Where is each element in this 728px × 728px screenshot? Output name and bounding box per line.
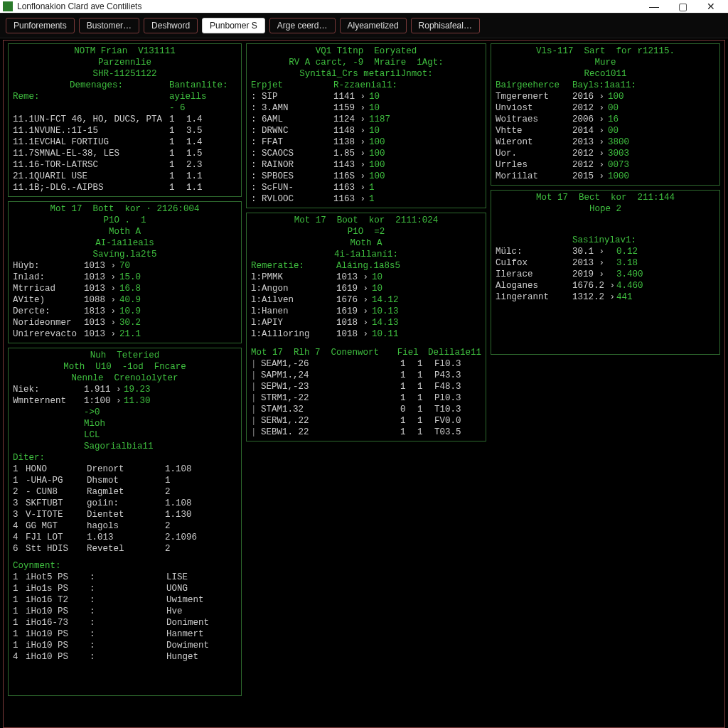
p7-diag-row-1: 1-UHA-PGDhsmot1 [13,475,237,486]
tab-bar: Punforements Bustomer… Deshword Punbomer… [0,13,728,38]
p4-row-5: Norideonmer1013 ›30.2 [13,317,237,328]
tab-0[interactable]: Punforements [6,18,75,33]
p2-row-0: : SIP1141 ›10 [251,91,481,102]
p1-sub-r: ayiells [169,91,207,102]
p1-row-3: 11.7SMNAL-EL-38, LES11.5 [13,148,237,159]
p3-row-1: Unviost2012 ›00 [496,102,715,114]
maximize-button[interactable]: ▢ [668,1,697,12]
p5-h0: Mot 17 Boot kor 2111:024 [251,215,481,226]
p6-row-3: Aloganes1676.2 ›4.460 [496,280,715,291]
p5-row-3: l:Hanen1619 ›10.13 [251,306,481,317]
p3-colhead-l: Bairgeeherce [496,80,572,91]
p6-row-0: Mülc:30.1 ›0.12 [496,246,715,257]
p5-cons-row-6: |SEBW1. 2211T03.5 [251,427,481,438]
p6-row-4: lingerannt1312.2 ›441 [496,291,715,303]
p7-comm-row-1: 1iHo1s PS:UONG [13,583,237,594]
tab-4[interactable]: Arge ceerd… [269,18,336,33]
panel-mot17-2: Mot 17 Boot kor 2111:024 P1O =2 Moth A 4… [246,213,486,441]
panel-notm: NOTM Frian V131111 Parzennlie SHR-112511… [8,43,242,197]
p5-cons-h2: Delila1e11 [428,347,481,358]
p1-h0: NOTM Frian V131111 [13,46,237,57]
minimize-button[interactable]: — [640,1,668,12]
p7-top-row-1: Wmnternent1:100 ›11.30 [13,395,237,407]
p1-row-6: 11.1B;-DLG.-AIPBS11.1 [13,182,237,193]
p5-cons-row-1: |SAPM1.,2411P43.3 [251,370,481,381]
workspace: NOTM Frian V131111 Parzennlie SHR-112511… [3,40,725,728]
p7-diag-row-0: 1HONODrenort1.108 [13,464,237,475]
p4-h1: P1O . 1 [13,215,237,226]
p6-h0: Mot 17 Bect kor 211:144 [496,192,715,203]
p5-h3: 4i-1allaní1: [251,249,481,260]
p1-colhead-l: Demenages: [70,80,169,91]
p7-mid-2: LCL [84,429,237,441]
p7-diag-row-5: 4GG MGThagols2 [13,520,237,532]
p7-comm-row-0: 1iHot5 PS:LISE [13,572,237,583]
p5-cons-row-0: |SEAM1,-2611Fl0.3 [251,358,481,370]
p2-row-4: : FFAT1138 ›100 [251,136,481,148]
p4-h0: Mot 17 Bott kor · 2126:004 [13,203,237,215]
p4-row-6: Unirerevacto1013 ›21.1 [13,328,237,340]
p3-row-6: Urrles2012 ›0073 [496,159,715,171]
window-title: Lonflonakion Clard ave Contiliets [17,1,141,11]
p5-row-0: l:PMMK1013 ›10 [251,272,481,283]
tab-3[interactable]: Punbomer S [202,18,265,33]
p4-h3: AI-1a1leals [13,237,237,249]
p5-cons-h1: Fiel [397,347,428,358]
p5-colhead-r: Aláing.1a8s5 [336,260,400,272]
p3-row-0: Tmgerenert2016 ›100 [496,91,715,102]
p3-h1: Mure [496,57,715,68]
tab-6[interactable]: Rophisafeal… [411,18,480,33]
p4-row-4: Dercte:1813 ›10.9 [13,306,237,317]
p1-row-4: 11.16-TOR-LATRSC12.3 [13,159,237,171]
p3-row-5: Uor.2012 ›3003 [496,148,715,159]
p2-row-8: : ScFUN-1163 ›1 [251,182,481,193]
p4-row-1: Inlad:1013 ›15.0 [13,272,237,283]
p2-colhead-r: R-zzaenial1: [333,80,397,91]
p2-row-3: : DRWNC1148 ›10 [251,125,481,136]
p6-h1: Hope 2 [496,203,715,215]
p7-mid-3: Sagorialbia11 [84,441,237,452]
p2-row-9: : RVLOOC1163 ›1 [251,193,481,205]
p5-row-5: l:Ailloring1018 ›10.11 [251,328,481,340]
p4-h4: Savíng.la2t5 [13,249,237,260]
p5-h2: Moth A [251,237,481,249]
p2-h2: Synitál_Crs metarilJnmot: [251,68,481,80]
p6-row-1: Culfox2013 ›3.18 [496,257,715,269]
p3-h0: Vls-117 Sart for r12115. [496,46,715,57]
p1-row-0: 11.1UN-FCT 46, HO, DUCS, PTA11.4 [13,114,237,125]
p7-h2: Nennle Crenololyter [13,373,237,384]
p6-colhead-r: Sasiinylav1: [572,235,636,246]
p7-diag-head: Dîter: [13,452,237,464]
p7-comm-row-2: 1iHo16 T2:Uwiment [13,594,237,606]
p2-row-6: : RAINOR1143 ›100 [251,159,481,171]
app-icon [3,1,13,11]
tab-1[interactable]: Bustomer… [79,18,139,33]
p7-mid-0: ->0 [84,407,237,418]
p7-h0: Nuh Teteried [13,350,237,361]
p7-diag-row-4: 3V-ITOTEDientet1.130 [13,509,237,520]
p7-top-row-0: Niek:1.911 ›19.23 [13,384,237,395]
p7-comm-row-5: 1iHo10 PS:Hanmert [13,628,237,640]
p3-row-7: Moriilat2015 ›1000 [496,171,715,182]
close-button[interactable]: ✕ [697,1,725,12]
p7-comm-row-6: 1iHo10 PS:Dowiment [13,640,237,651]
p1-row-5: 21.1QUARIL USE11.1 [13,171,237,182]
p1-sub-r2: - 6 [169,102,186,114]
tab-2[interactable]: Deshword [144,18,198,33]
panel-mot17-1: Mot 17 Bott kor · 2126:004 P1O . 1 Moth … [8,201,242,343]
p5-row-4: l:APIY1018 ›14.13 [251,317,481,328]
tab-5[interactable]: Alyeametized [340,18,407,33]
p1-row-2: 11.1EVCHAL FORTIUG11.4 [13,136,237,148]
panel-vls: Vls-117 Sart for r12115. Mure Reco1011 B… [491,43,720,186]
p5-cons-h0: Mot 17 Rlh 7 Conenwort [251,347,397,358]
p4-row-3: AVite)1088 ›40.9 [13,294,237,306]
p2-h1: RV A carct, -9 Mraire 1Agt: [251,57,481,68]
p7-diag-row-7: 6Stt HDISRevetel2 [13,543,237,555]
p5-h1: P1O =2 [251,226,481,237]
p3-colhead-r: Bayls:1aa11: [572,80,636,91]
p2-row-5: : SCAOCS1.85 ›100 [251,148,481,159]
p3-row-4: Wieront2013 ›3800 [496,136,715,148]
panel-nuh: Nuh Teteried Moth U10 -1od Fncare Nennle… [8,348,242,696]
p3-row-3: Vhtte2014 ›00 [496,125,715,136]
p1-h1: Parzennlie [13,57,237,68]
